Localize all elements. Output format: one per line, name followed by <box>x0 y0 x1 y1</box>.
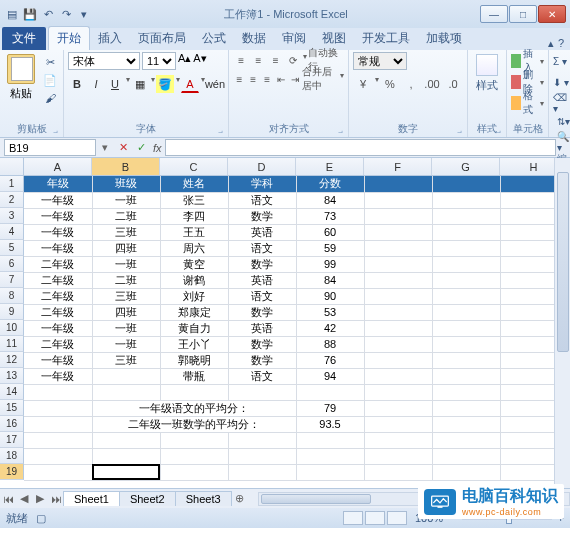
italic-button[interactable]: I <box>87 75 105 93</box>
cell[interactable] <box>24 464 92 480</box>
new-sheet-icon[interactable]: ⊕ <box>232 492 248 505</box>
row-header[interactable]: 18 <box>0 448 24 464</box>
cell[interactable] <box>160 432 228 448</box>
cell[interactable] <box>92 448 160 464</box>
font-size-select[interactable]: 11 <box>142 52 176 70</box>
tab-home[interactable]: 开始 <box>48 26 90 50</box>
row-header[interactable]: 2 <box>0 192 24 208</box>
bold-button[interactable]: B <box>68 75 86 93</box>
cell[interactable] <box>296 432 364 448</box>
cell[interactable] <box>364 432 432 448</box>
cell[interactable] <box>364 224 432 240</box>
row-header[interactable]: 7 <box>0 272 24 288</box>
cell[interactable] <box>228 432 296 448</box>
fx-icon[interactable]: fx <box>153 142 162 154</box>
row-header[interactable]: 8 <box>0 288 24 304</box>
cell[interactable] <box>432 432 500 448</box>
cell[interactable] <box>432 192 500 208</box>
cell[interactable]: 88 <box>296 336 364 352</box>
cell[interactable] <box>364 464 432 480</box>
cell[interactable] <box>432 464 500 480</box>
cell[interactable]: 三班 <box>92 224 160 240</box>
save-icon[interactable]: 💾 <box>22 6 38 22</box>
row-header[interactable]: 4 <box>0 224 24 240</box>
row-header[interactable]: 16 <box>0 416 24 432</box>
cell-grid[interactable]: 年级班级姓名学科分数一年级一班张三语文84一年级二班李四数学73一年级三班王五英… <box>24 176 569 481</box>
number-format-select[interactable]: 常规 <box>353 52 407 70</box>
cell[interactable] <box>296 464 364 480</box>
sheet-tab-2[interactable]: Sheet2 <box>119 491 176 506</box>
cell[interactable]: 二年级 <box>24 272 92 288</box>
row-header[interactable]: 10 <box>0 320 24 336</box>
cell[interactable]: 一年级 <box>24 240 92 256</box>
cell[interactable]: 四班 <box>92 304 160 320</box>
cell[interactable] <box>24 384 92 400</box>
cell[interactable]: 语文 <box>228 192 296 208</box>
align-left-icon[interactable]: ≡ <box>233 71 246 87</box>
cell[interactable] <box>92 384 160 400</box>
row-header[interactable]: 17 <box>0 432 24 448</box>
cell[interactable] <box>364 192 432 208</box>
cell[interactable] <box>364 240 432 256</box>
cell[interactable] <box>432 224 500 240</box>
percent-icon[interactable]: % <box>380 75 400 93</box>
file-tab[interactable]: 文件 <box>2 27 46 50</box>
cell[interactable] <box>432 208 500 224</box>
cell[interactable]: 王五 <box>160 224 228 240</box>
cell[interactable]: 一年级 <box>24 320 92 336</box>
undo-icon[interactable]: ↶ <box>40 6 56 22</box>
cell[interactable]: 班级 <box>92 176 160 192</box>
cell[interactable]: 73 <box>296 208 364 224</box>
cell[interactable] <box>432 336 500 352</box>
cell[interactable] <box>296 448 364 464</box>
tab-data[interactable]: 数据 <box>234 27 274 50</box>
cell[interactable]: 英语 <box>228 224 296 240</box>
row-header[interactable]: 1 <box>0 176 24 192</box>
redo-icon[interactable]: ↷ <box>58 6 74 22</box>
phonetic-icon[interactable]: wén <box>206 75 224 93</box>
cell[interactable]: 84 <box>296 272 364 288</box>
font-name-select[interactable]: 宋体 <box>68 52 140 70</box>
cell[interactable] <box>364 208 432 224</box>
cell[interactable] <box>24 416 92 432</box>
cell[interactable]: 谢鹤 <box>160 272 228 288</box>
row-header[interactable]: 13 <box>0 368 24 384</box>
align-center-icon[interactable]: ≡ <box>247 71 260 87</box>
cell[interactable]: 数学 <box>228 336 296 352</box>
cell-styles-button[interactable]: 样式 <box>472 52 502 93</box>
maximize-button[interactable]: □ <box>509 5 537 23</box>
align-bottom-icon[interactable]: ≡ <box>267 52 283 68</box>
cell[interactable] <box>160 384 228 400</box>
format-button[interactable]: 格式 ▾ <box>511 94 544 112</box>
cell[interactable]: 数学 <box>228 352 296 368</box>
enter-icon[interactable]: ✓ <box>132 141 150 154</box>
select-all-corner[interactable] <box>0 158 24 175</box>
macro-record-icon[interactable]: ▢ <box>36 512 46 525</box>
row-header[interactable]: 3 <box>0 208 24 224</box>
underline-dropdown-icon[interactable]: ▾ <box>126 75 130 93</box>
cell[interactable]: 黄自力 <box>160 320 228 336</box>
cell[interactable] <box>432 304 500 320</box>
minimize-button[interactable]: — <box>480 5 508 23</box>
cell[interactable]: 二年级一班数学的平均分： <box>92 416 296 432</box>
cell[interactable] <box>364 448 432 464</box>
cell[interactable] <box>364 384 432 400</box>
fill-button[interactable]: ⬇ ▾ <box>553 73 569 91</box>
cell[interactable]: 刘好 <box>160 288 228 304</box>
col-header-a[interactable]: A <box>24 158 92 175</box>
cell[interactable]: 二班 <box>92 272 160 288</box>
currency-icon[interactable]: ¥ <box>353 75 373 93</box>
cell[interactable] <box>364 288 432 304</box>
indent-inc-icon[interactable]: ⇥ <box>288 71 301 87</box>
cell[interactable]: 94 <box>296 368 364 384</box>
tab-addins[interactable]: 加载项 <box>418 27 470 50</box>
cell[interactable]: 王小丫 <box>160 336 228 352</box>
clear-button[interactable]: ⌫ ▾ <box>553 94 570 112</box>
cell[interactable]: 李四 <box>160 208 228 224</box>
cut-icon[interactable]: ✂ <box>41 54 59 70</box>
cell[interactable] <box>92 368 160 384</box>
cell[interactable] <box>228 384 296 400</box>
cell[interactable]: 数学 <box>228 208 296 224</box>
align-middle-icon[interactable]: ≡ <box>250 52 266 68</box>
cell[interactable]: 一年级语文的平均分： <box>92 400 296 416</box>
